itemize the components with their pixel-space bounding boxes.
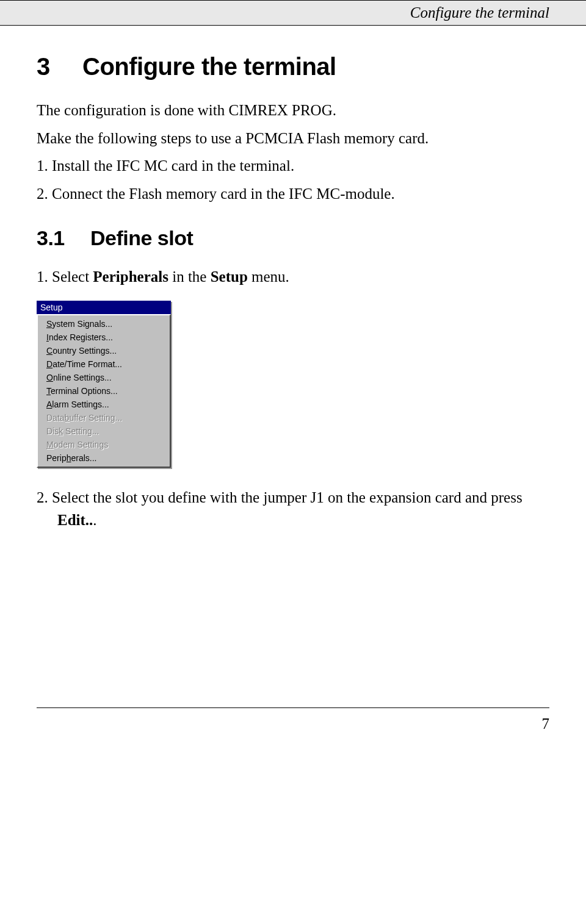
setup-menu-screenshot: Setup System Signals...Index Registers..… (37, 301, 171, 468)
step-text-part: menu. (248, 268, 289, 285)
whitespace (37, 537, 549, 707)
menu-item[interactable]: Alarm Settings... (38, 398, 170, 411)
menu-item[interactable]: Index Registers... (38, 331, 170, 344)
menu-item[interactable]: Country Settings... (38, 344, 170, 357)
menu-body: System Signals...Index Registers...Count… (37, 314, 171, 468)
menu-item[interactable]: Terminal Options... (38, 384, 170, 398)
sub-step-1: 1. Select Peripherals in the Setup menu. (37, 265, 549, 288)
page-content: 3Configure the terminal The configuratio… (0, 26, 586, 707)
running-header: Configure the terminal (0, 0, 586, 26)
subsection-title: Define slot (90, 226, 193, 249)
section-number: 3 (37, 53, 82, 81)
step-number: 1. (37, 268, 48, 285)
step-text: Connect the Flash memory card in the IFC… (52, 185, 395, 202)
menu-item[interactable]: Date/Time Format... (38, 357, 170, 371)
menu-item: Modem Settings (38, 438, 170, 451)
bold-edit: Edit.. (57, 512, 93, 528)
step-text-part: Select the slot you define with the jump… (52, 489, 523, 506)
menu-titlebar: Setup (37, 301, 171, 314)
step-text-part: Select (52, 268, 93, 285)
step-number: 2. (37, 489, 48, 506)
step-text-part: in the (168, 268, 211, 285)
subsection-heading: 3.1Define slot (37, 226, 549, 250)
section-heading: 3Configure the terminal (37, 53, 549, 81)
intro-paragraph-2: Make the following steps to use a PCMCIA… (37, 127, 549, 150)
menu-item[interactable]: Peripherals... (38, 451, 170, 465)
menu-item[interactable]: System Signals... (38, 317, 170, 331)
step-text: Install the IFC MC card in the terminal. (52, 157, 294, 174)
step-2: 2. Connect the Flash memory card in the … (37, 182, 549, 206)
subsection-number: 3.1 (37, 226, 90, 250)
running-title: Configure the terminal (410, 4, 549, 21)
menu-item[interactable]: Online Settings... (38, 371, 170, 384)
step-1: 1. Install the IFC MC card in the termin… (37, 154, 549, 177)
section-title: Configure the terminal (82, 53, 336, 80)
step-text-part: . (93, 512, 96, 528)
page-number: 7 (0, 708, 586, 751)
bold-setup: Setup (211, 268, 248, 285)
step-number: 2. (37, 185, 48, 202)
step-number: 1. (37, 157, 48, 174)
sub-step-2: 2. Select the slot you define with the j… (37, 486, 549, 532)
bold-peripherals: Peripherals (93, 268, 168, 285)
menu-item: Databuffer Setting... (38, 411, 170, 424)
menu-item: Disk Setting... (38, 424, 170, 438)
intro-paragraph-1: The configuration is done with CIMREX PR… (37, 99, 549, 122)
